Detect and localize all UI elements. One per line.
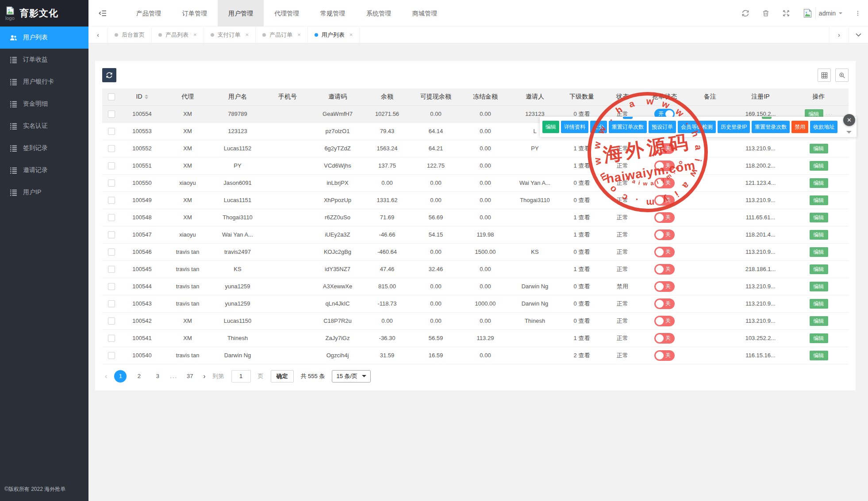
popup-action-button[interactable]: 详情资料 — [561, 121, 588, 133]
tab-close-icon[interactable]: × — [297, 31, 301, 38]
page-number[interactable]: 1 — [114, 370, 127, 382]
tab-item[interactable]: 产品列表× — [152, 27, 204, 43]
view-subordinates-link[interactable]: 查看 — [578, 145, 590, 152]
edit-button[interactable]: 编辑 — [810, 213, 828, 222]
sidebar-item[interactable]: 邀请记录 — [0, 159, 88, 181]
select-all-checkbox[interactable] — [108, 93, 115, 100]
tabs-scroll-left-icon[interactable]: ‹ — [88, 27, 108, 43]
edit-button[interactable]: 编辑 — [810, 333, 828, 343]
tab-close-icon[interactable]: × — [350, 31, 353, 38]
topnav-item[interactable]: 订单管理 — [172, 0, 218, 27]
popup-action-button[interactable]: 收款地址 — [810, 121, 837, 133]
topnav-item[interactable]: 产品管理 — [126, 0, 172, 27]
tab-item[interactable]: 后台首页 — [108, 27, 152, 43]
row-checkbox[interactable] — [108, 145, 115, 152]
popup-close-icon[interactable]: ✕ — [843, 114, 855, 126]
view-subordinates-link[interactable]: 查看 — [578, 111, 590, 117]
edit-button[interactable]: 编辑 — [810, 282, 828, 291]
sidebar-item[interactable]: 实名认证 — [0, 115, 88, 137]
view-subordinates-link[interactable]: 查看 — [578, 317, 590, 324]
view-subordinates-link[interactable]: 查看 — [578, 249, 590, 255]
popup-action-button[interactable]: 重置订单次数 — [609, 121, 647, 133]
sidebar-item[interactable]: 用户列表 — [0, 27, 88, 49]
grab-status-toggle[interactable]: 关 — [654, 264, 675, 275]
sidebar-item[interactable]: 签到记录 — [0, 137, 88, 159]
tabs-scroll-right-icon[interactable]: › — [829, 27, 849, 43]
view-subordinates-link[interactable]: 查看 — [578, 266, 590, 272]
topnav-item[interactable]: 常规管理 — [310, 0, 356, 27]
collapse-sidebar-icon[interactable] — [88, 0, 117, 27]
grab-status-toggle[interactable]: 关 — [654, 195, 675, 206]
page-number[interactable]: 2 — [133, 370, 145, 382]
topnav-item[interactable]: 用户管理 — [218, 0, 264, 27]
page-number[interactable]: 37 — [184, 370, 196, 382]
grab-status-toggle[interactable]: 关 — [654, 281, 675, 292]
row-checkbox[interactable] — [108, 180, 115, 187]
next-page-icon[interactable]: › — [203, 372, 205, 380]
row-checkbox[interactable] — [108, 266, 115, 273]
popup-action-button[interactable]: 重置登录次数 — [752, 121, 790, 133]
tab-close-icon[interactable]: × — [246, 31, 249, 38]
goto-page-input[interactable] — [231, 370, 251, 382]
topnav-item[interactable]: 代理管理 — [264, 0, 310, 27]
row-checkbox[interactable] — [108, 300, 115, 307]
grab-status-toggle[interactable]: 关 — [654, 333, 675, 344]
edit-button[interactable]: 编辑 — [810, 316, 828, 326]
edit-button[interactable]: 编辑 — [810, 195, 828, 205]
popup-action-button[interactable]: 历史登录IP — [718, 121, 750, 133]
grab-status-toggle[interactable]: 关 — [654, 178, 675, 188]
edit-button[interactable]: 编辑 — [810, 230, 828, 240]
row-checkbox[interactable] — [108, 317, 115, 325]
grab-status-toggle[interactable]: 关 — [654, 298, 675, 309]
tab-item[interactable]: 用户列表× — [308, 27, 360, 43]
row-checkbox[interactable] — [108, 162, 115, 169]
popup-action-button[interactable]: 上分 — [590, 121, 607, 133]
sort-icon[interactable] — [145, 93, 148, 101]
row-checkbox[interactable] — [108, 111, 115, 118]
edit-button[interactable]: 编辑 — [810, 247, 828, 257]
grab-status-toggle[interactable]: 关 — [654, 316, 675, 326]
filter-columns-icon[interactable] — [818, 69, 831, 82]
search-zoom-icon[interactable] — [835, 69, 849, 82]
user-menu[interactable]: admin — [803, 8, 842, 19]
popup-action-button[interactable]: 会员等级检测 — [678, 121, 716, 133]
edit-button[interactable]: 编辑 — [810, 161, 828, 171]
sidebar-item[interactable]: 订单收益 — [0, 49, 88, 71]
sidebar-item[interactable]: 资金明细 — [0, 93, 88, 115]
prev-page-icon[interactable]: ‹ — [105, 372, 107, 380]
fullscreen-icon[interactable] — [782, 9, 790, 17]
tab-item[interactable]: 产品订单× — [256, 27, 308, 43]
sidebar-item[interactable]: 用户IP — [0, 181, 88, 203]
popup-scroll-down-icon[interactable] — [846, 131, 852, 136]
edit-button[interactable]: 编辑 — [810, 144, 828, 153]
grab-status-toggle[interactable]: 关 — [654, 350, 675, 361]
edit-button[interactable]: 编辑 — [810, 264, 828, 274]
grab-status-toggle[interactable]: 关 — [654, 229, 675, 240]
grab-status-toggle[interactable]: 关 — [654, 161, 675, 171]
popup-action-button[interactable]: 编辑 — [542, 121, 559, 133]
row-checkbox[interactable] — [108, 352, 115, 359]
tab-close-icon[interactable]: × — [193, 31, 197, 38]
edit-button[interactable]: 编辑 — [810, 351, 828, 360]
view-subordinates-link[interactable]: 查看 — [578, 214, 590, 221]
row-checkbox[interactable] — [108, 128, 115, 135]
popup-action-button[interactable]: 预设订单 — [649, 121, 676, 133]
topnav-item[interactable]: 系统管理 — [356, 0, 402, 27]
view-subordinates-link[interactable]: 查看 — [578, 300, 590, 307]
sidebar-item[interactable]: 用户银行卡 — [0, 71, 88, 93]
view-subordinates-link[interactable]: 查看 — [578, 162, 590, 169]
edit-button[interactable]: 编辑 — [810, 178, 828, 188]
more-actions-icon[interactable]: ··· — [826, 111, 833, 117]
topnav-item[interactable]: 商城管理 — [402, 0, 448, 27]
refresh-icon[interactable] — [741, 9, 749, 17]
row-checkbox[interactable] — [108, 249, 115, 256]
edit-button[interactable]: 编辑 — [810, 299, 828, 309]
view-subordinates-link[interactable]: 查看 — [578, 283, 590, 290]
grab-status-toggle[interactable]: 关 — [654, 212, 675, 223]
row-checkbox[interactable] — [108, 231, 115, 238]
view-subordinates-link[interactable]: 查看 — [578, 197, 590, 203]
view-subordinates-link[interactable]: 查看 — [578, 180, 590, 186]
view-subordinates-link[interactable]: 查看 — [578, 352, 590, 359]
trash-icon[interactable] — [762, 9, 770, 17]
popup-action-button[interactable]: 禁用 — [791, 121, 808, 133]
